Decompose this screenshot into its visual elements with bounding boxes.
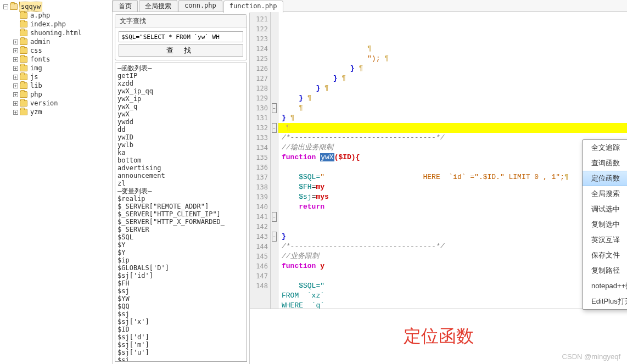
context-menu[interactable]: 全文追踪查询函数定位函数全局搜索调试选中复制选中英汉互译保存文件复制路径note… [582,139,627,310]
tree-root[interactable]: − sqqyw [3,2,112,11]
code-line[interactable]: } ¶ [282,83,627,93]
list-item[interactable]: $SQL [117,233,244,241]
list-item[interactable]: $_SERVER["HTTP_CLIENT_IP"] [117,210,244,218]
ctx-item-7[interactable]: 保存文件 [583,248,627,263]
tab-function.php[interactable]: function.php [223,1,283,13]
list-item[interactable]: $ip [117,256,244,264]
search-input[interactable] [119,31,243,42]
expand-icon[interactable]: + [13,48,18,53]
expand-icon[interactable]: + [13,40,18,44]
list-item[interactable]: $GLOBALS['D'] [117,264,244,272]
list-item[interactable]: $sj [117,287,244,295]
code-line[interactable]: //业务限制 [282,251,627,261]
code-line[interactable]: function y [282,261,627,271]
code-line[interactable] [282,222,627,232]
expand-icon[interactable]: + [13,66,18,71]
tab-conn.php[interactable]: conn.php [178,0,222,12]
list-item[interactable]: ywdd [117,118,244,126]
tree-folder[interactable]: +php [13,90,112,99]
code-line[interactable]: /*----------------------------------*/ [282,133,627,143]
list-item[interactable]: $realip [117,195,244,203]
code-line[interactable]: WHERE `q` [282,301,627,309]
list-item[interactable]: getIP [117,72,244,80]
list-item[interactable]: ywX_ip_qq [117,87,244,95]
list-item[interactable]: bottom [117,156,244,164]
tree-folder-label[interactable]: yzm [29,108,43,116]
tab-全局搜索[interactable]: 全局搜索 [139,0,177,12]
list-item[interactable]: $_SERVER["REMOTE_ADDR"] [117,203,244,210]
expand-icon[interactable]: + [13,110,18,115]
tree-folder-label[interactable]: js [29,72,39,81]
tree-folder-label[interactable]: php [29,90,43,99]
tree-folder[interactable]: +js [13,72,112,81]
code-line[interactable]: /*----------------------------------*/ [282,242,627,251]
expand-icon[interactable]: + [13,75,18,80]
list-item[interactable]: $sj['id'] [117,272,244,279]
fold-toggle-icon[interactable]: − [272,103,277,113]
code-line[interactable]: } ¶ [282,113,627,123]
ctx-item-8[interactable]: 复制路径 [583,263,627,278]
list-item[interactable]: $Y [117,249,244,256]
list-item[interactable]: $_SERVER [117,226,244,233]
code-line[interactable] [282,163,627,172]
tab-首页[interactable]: 首页 [113,0,138,12]
tree-file[interactable]: a.php [13,11,112,20]
code-line[interactable]: "); ¶ [282,54,627,64]
file-tree[interactable]: − sqqyw a.phpindex.phpshuoming.html+admi… [0,0,113,364]
tree-folder[interactable]: +lib [13,81,112,90]
tree-folder[interactable]: +fonts [13,55,112,64]
code-line[interactable]: ¶ [282,103,627,113]
list-item[interactable]: ywlb [117,141,244,149]
tree-folder-label[interactable]: version [29,99,59,108]
list-item[interactable]: ywX_ip [117,95,244,103]
list-item[interactable]: $sj['x'] [117,318,244,326]
code-line[interactable]: $SQL=" [282,281,627,291]
tree-folder[interactable]: +css [13,46,112,55]
code-line[interactable] [282,271,627,281]
tree-folder-label[interactable]: lib [29,81,43,90]
tree-folder-label[interactable]: img [29,64,43,72]
list-item[interactable]: $ID [117,326,244,333]
tree-folder-label[interactable]: fonts [29,55,51,64]
code-line[interactable]: } ¶ [282,64,627,74]
code-line[interactable]: } [282,232,627,242]
fold-toggle-icon[interactable]: − [272,212,277,222]
list-item[interactable]: advertising [117,164,244,172]
code-body[interactable]: ¶ "); ¶ } ¶ } ¶ } ¶ } ¶ ¶} ¶ ¶/*--------… [278,12,627,309]
tree-file[interactable]: shuoming.html [13,29,112,37]
function-list[interactable]: —函数列表—getIPxzddywX_ip_qqywX_ipywX_qywXyw… [115,63,247,362]
tree-folder[interactable]: +version [13,99,112,108]
code-line[interactable]: $FH=my [282,182,627,192]
list-item[interactable]: $sj['u'] [117,349,244,356]
code-line[interactable]: } ¶ [282,74,627,83]
list-item[interactable]: $sj['m'] [117,341,244,349]
ctx-item-5[interactable]: 复制选中 [583,217,627,232]
list-item[interactable]: $sj [117,310,244,318]
tree-folder[interactable]: +admin [13,37,112,46]
code-line[interactable]: $sj=mys [282,192,627,202]
tree-folder[interactable]: +img [13,64,112,72]
list-item[interactable]: $QQ [117,303,244,310]
list-item[interactable]: $YW [117,295,244,303]
code-editor[interactable]: 1211221231241251261271281291301311321331… [250,12,627,364]
list-item[interactable]: $Y [117,241,244,249]
ctx-item-4[interactable]: 调试选中 [583,201,627,217]
tree-folder[interactable]: +yzm [13,108,112,116]
list-item[interactable]: dd [117,126,244,133]
expand-icon[interactable]: + [13,83,18,88]
editor-tabs[interactable]: 首页全局搜索conn.phpfunction.php [113,0,627,12]
code-line[interactable]: //输出业务限制 [282,143,627,153]
list-item[interactable]: $FH [117,279,244,287]
code-line[interactable] [282,212,627,222]
tree-file-label[interactable]: index.php [29,20,67,29]
list-item[interactable]: $sj['d'] [117,333,244,341]
tree-file-label[interactable]: shuoming.html [29,29,83,37]
ctx-item-10[interactable]: EditPlus打开 [583,294,627,309]
search-button[interactable]: 查 找 [119,44,243,57]
fold-gutter[interactable]: −−−− [271,12,278,309]
list-item[interactable]: —变量列表— [117,187,244,195]
list-item[interactable]: xzdd [117,80,244,87]
fold-toggle-icon[interactable]: − [272,232,277,242]
ctx-item-0[interactable]: 全文追踪 [583,140,627,155]
tree-folder-label[interactable]: admin [29,37,51,46]
